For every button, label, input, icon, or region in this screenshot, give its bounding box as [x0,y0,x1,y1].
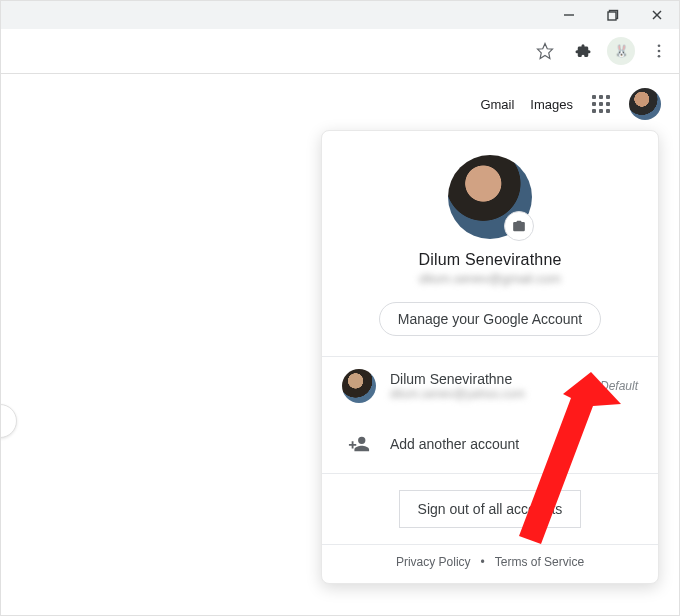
carousel-nav-circle[interactable] [0,404,17,438]
manage-account-button[interactable]: Manage your Google Account [379,302,601,336]
svg-marker-5 [538,44,553,59]
extensions-puzzle-icon[interactable] [569,37,597,65]
account-row-name: Dilum Senevirathne [390,371,586,387]
account-row-email: dilum.senev@yahoo.com [390,387,586,401]
change-photo-button[interactable] [504,211,534,241]
window-titlebar [1,1,679,29]
dropdown-footer: Privacy Policy • Terms of Service [322,545,658,573]
separator-dot: • [481,555,485,569]
terms-link[interactable]: Terms of Service [495,555,584,569]
browser-menu-icon[interactable] [645,37,673,65]
account-avatar-small [342,369,376,403]
page-content: Gmail Images Dilum Senevirathne dilum.se… [1,74,679,616]
svg-point-6 [658,44,661,47]
user-email: dilum.senev@gmail.com [419,271,561,286]
default-badge: Default [600,379,638,393]
google-nav: Gmail Images [480,88,661,120]
svg-rect-2 [608,12,616,20]
privacy-policy-link[interactable]: Privacy Policy [396,555,471,569]
svg-point-7 [658,50,661,53]
camera-icon [512,219,526,233]
avatar-wrap [448,155,532,239]
maximize-button[interactable] [591,1,635,29]
browser-profile-chip[interactable]: 🐰 [607,37,635,65]
gmail-link[interactable]: Gmail [480,97,514,112]
google-apps-icon[interactable] [589,92,613,116]
user-display-name: Dilum Senevirathne [418,251,561,269]
add-account-row[interactable]: Add another account [322,415,658,473]
account-dropdown: Dilum Senevirathne dilum.senev@gmail.com… [321,130,659,584]
dropdown-header: Dilum Senevirathne dilum.senev@gmail.com… [322,131,658,356]
sign-out-button[interactable]: Sign out of all accounts [399,490,582,528]
add-account-label: Add another account [390,436,519,452]
images-link[interactable]: Images [530,97,573,112]
minimize-button[interactable] [547,1,591,29]
account-avatar-button[interactable] [629,88,661,120]
bookmark-star-icon[interactable] [531,37,559,65]
person-add-icon [342,427,376,461]
close-button[interactable] [635,1,679,29]
browser-toolbar: 🐰 [1,29,679,74]
viewport: 🐰 Gmail Images Dilum Senevi [0,0,680,616]
svg-point-8 [658,55,661,58]
account-row-default[interactable]: Dilum Senevirathne dilum.senev@yahoo.com… [322,357,658,415]
